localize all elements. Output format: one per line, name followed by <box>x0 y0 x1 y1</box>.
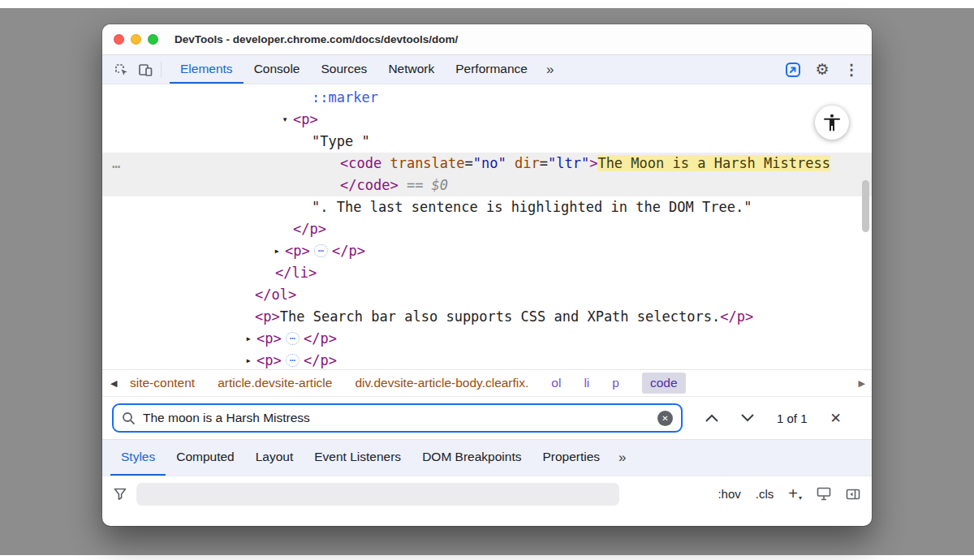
dom-token: </p> <box>304 352 337 368</box>
window-title: DevTools - developer.chrome.com/docs/dev… <box>175 33 458 45</box>
dom-token: > <box>589 155 597 171</box>
expand-inline-button[interactable]: ⋯ <box>314 244 328 257</box>
expand-arrow-icon[interactable]: ▾ <box>279 109 291 131</box>
styles-filter-input[interactable] <box>136 483 619 506</box>
breadcrumb-item-article-devsite-article[interactable]: article.devsite-article <box>218 376 332 390</box>
device-toolbar-icon[interactable] <box>133 55 157 84</box>
styles-tabs: StylesComputedLayoutEvent ListenersDOM B… <box>110 440 610 476</box>
dom-token: The Moon is a Harsh Mistress <box>597 155 830 171</box>
dom-search-bar: ✕ 1 of 1 ✕ <box>102 397 872 439</box>
breadcrumb: ◀ site-contentarticle.devsite-articlediv… <box>102 369 872 397</box>
close-search-icon[interactable]: ✕ <box>830 410 842 427</box>
breadcrumb-items: site-contentarticle.devsite-articlediv.d… <box>130 373 686 394</box>
breadcrumb-forward-icon[interactable]: ▶ <box>859 378 865 389</box>
styles-pane-tabs: StylesComputedLayoutEvent ListenersDOM B… <box>102 439 872 476</box>
styles-more-tabs-button[interactable]: » <box>610 440 634 476</box>
dom-node-row[interactable]: ▸<p>⋯</p> <box>102 240 872 262</box>
dom-node-row[interactable]: …<code translate="no" dir="ltr">The Moon… <box>102 153 872 174</box>
square-arrow-icon[interactable] <box>781 61 805 79</box>
minimize-window-button[interactable] <box>131 34 141 45</box>
vertical-scrollbar-thumb[interactable] <box>862 180 869 232</box>
toggle-element-state-button[interactable]: :hov <box>718 487 740 501</box>
zoom-window-button[interactable] <box>148 34 158 45</box>
breadcrumb-back-icon[interactable]: ◀ <box>110 378 117 389</box>
tab-performance[interactable]: Performance <box>445 55 538 84</box>
previous-match-icon[interactable] <box>705 414 718 422</box>
dom-token: </li> <box>275 265 317 281</box>
element-classes-button[interactable]: .cls <box>756 487 774 501</box>
breadcrumb-item-p[interactable]: p <box>612 376 619 390</box>
dom-node-row[interactable]: ". The last sentence is highlighted in t… <box>102 196 872 218</box>
dom-token: </ol> <box>255 286 296 303</box>
expand-inline-button[interactable]: ⋯ <box>286 354 300 367</box>
dom-token: </code> <box>340 177 399 193</box>
dom-node-row[interactable]: ::marker <box>102 87 872 109</box>
dom-node-row[interactable]: ▸<p>⋯</p> <box>102 350 872 369</box>
tab-styles[interactable]: Styles <box>110 440 166 476</box>
breadcrumb-item-site-content[interactable]: site-content <box>130 376 195 390</box>
traffic-lights <box>114 34 158 45</box>
expand-arrow-icon[interactable]: ▸ <box>243 350 254 369</box>
dom-node-row[interactable]: ▾<p> <box>102 109 872 131</box>
overflow-dots-icon: … <box>112 153 122 174</box>
dom-token: "no" <box>473 155 506 171</box>
tab-elements[interactable]: Elements <box>170 55 244 84</box>
dom-node-row[interactable]: ▸<p>⋯</p> <box>102 328 872 350</box>
tab-event-listeners[interactable]: Event Listeners <box>304 440 412 476</box>
dom-token: "Type " <box>312 133 370 149</box>
tab-properties[interactable]: Properties <box>532 440 610 476</box>
dom-token: "ltr" <box>548 155 589 171</box>
dom-token: The Search bar also supports CSS and XPa… <box>280 308 720 325</box>
dom-token: translate <box>381 155 464 171</box>
dom-token: = <box>540 155 548 171</box>
dom-node-row[interactable]: </ol> <box>102 284 872 306</box>
toolbar-divider <box>161 62 162 77</box>
next-match-icon[interactable] <box>741 414 754 422</box>
search-result-count: 1 of 1 <box>777 411 808 425</box>
dom-node-row[interactable]: <p>The Search bar also supports CSS and … <box>102 306 872 328</box>
dom-node-row[interactable]: </code> == $0 <box>102 174 872 196</box>
tab-layout[interactable]: Layout <box>245 440 304 476</box>
menu-kebab-icon[interactable]: ⋮ <box>839 61 864 79</box>
accessibility-overlay-button[interactable] <box>815 106 849 140</box>
accessibility-person-icon <box>821 112 843 133</box>
breadcrumb-item-div-devsite-article-body-clearfix[interactable]: div.devsite-article-body.clearfix. <box>355 376 528 390</box>
dom-node-row[interactable]: "Type " <box>102 131 872 153</box>
clear-search-icon[interactable]: ✕ <box>657 411 673 426</box>
expand-inline-button[interactable]: ⋯ <box>286 332 300 345</box>
styles-filter-bar: :hov .cls +▾ <box>102 476 872 511</box>
inspect-element-icon[interactable] <box>109 55 133 84</box>
dom-token: </p> <box>293 221 326 237</box>
more-tabs-button[interactable]: » <box>538 55 562 84</box>
rendering-emulation-icon[interactable] <box>817 487 831 501</box>
breadcrumb-item-code[interactable]: code <box>642 373 686 394</box>
filter-funnel-icon <box>114 488 127 500</box>
toolbar-right-icons: ⚙ ⋮ <box>781 55 872 84</box>
search-input[interactable] <box>143 411 650 425</box>
search-icon <box>122 411 136 425</box>
styles-toolbar-buttons: :hov .cls +▾ <box>718 485 860 503</box>
settings-gear-icon[interactable]: ⚙ <box>810 60 834 79</box>
dom-token: ::marker <box>312 89 378 106</box>
dom-token: ". The last sentence is highlighted in t… <box>312 199 752 215</box>
close-window-button[interactable] <box>114 34 124 45</box>
dom-token: <p> <box>285 243 310 259</box>
search-controls: 1 of 1 ✕ <box>705 410 842 427</box>
search-box[interactable]: ✕ <box>112 403 683 433</box>
dom-node-row[interactable]: </p> <box>102 218 872 240</box>
breadcrumb-item-ol[interactable]: ol <box>551 376 561 390</box>
new-style-rule-button[interactable]: +▾ <box>788 485 802 503</box>
dom-token: dir <box>506 155 540 171</box>
tab-dom-breakpoints[interactable]: DOM Breakpoints <box>412 440 532 476</box>
dom-token: </p> <box>720 308 753 325</box>
toggle-sidebar-icon[interactable] <box>846 489 860 500</box>
expand-arrow-icon[interactable]: ▸ <box>243 328 254 350</box>
breadcrumb-item-li[interactable]: li <box>584 376 589 390</box>
expand-arrow-icon[interactable]: ▸ <box>271 240 282 262</box>
tab-sources[interactable]: Sources <box>311 55 378 84</box>
tab-network[interactable]: Network <box>377 55 445 84</box>
tab-console[interactable]: Console <box>244 55 311 84</box>
dom-tree-panel: ::marker▾<p>"Type "…<code translate="no"… <box>102 84 872 369</box>
dom-node-row[interactable]: </li> <box>102 262 872 284</box>
tab-computed[interactable]: Computed <box>166 440 245 476</box>
